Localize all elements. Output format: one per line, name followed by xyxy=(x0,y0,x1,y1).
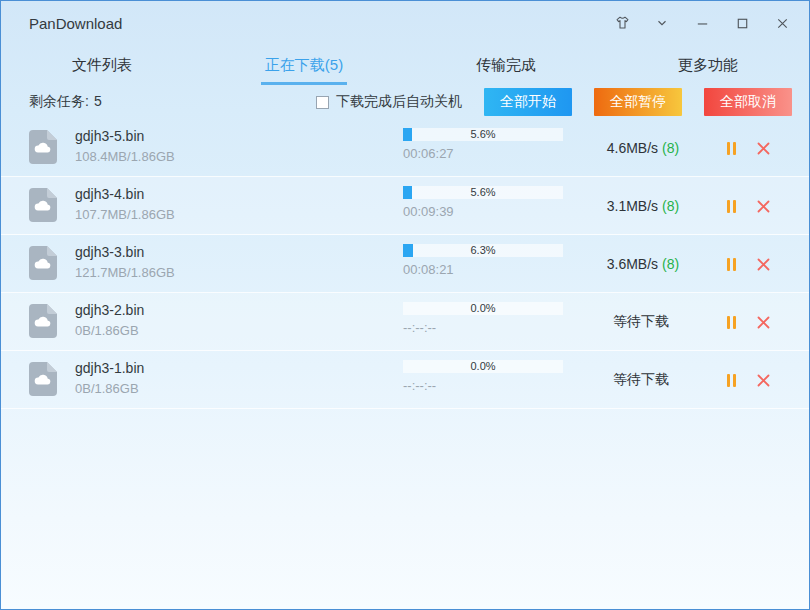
file-name: gdjh3-5.bin xyxy=(75,128,144,144)
tab-1[interactable]: 正在下载(5) xyxy=(203,45,405,85)
pause-all-button[interactable]: 全部暂停 xyxy=(594,88,682,116)
download-row[interactable]: gdjh3-3.bin 121.7MB/1.86GB 6.3% 00:08:21… xyxy=(1,235,809,293)
status-cell: 4.6MB/s (8) xyxy=(579,119,707,176)
window-title: PanDownload xyxy=(29,15,122,32)
file-size: 121.7MB/1.86GB xyxy=(75,265,175,280)
progress-track: 6.3% xyxy=(403,244,563,257)
titlebar-controls xyxy=(611,13,793,33)
progress-percent: 5.6% xyxy=(403,128,563,141)
shutdown-checkbox-label: 下载完成后自动关机 xyxy=(336,93,462,111)
eta-time: 00:06:27 xyxy=(403,146,563,161)
file-icon xyxy=(29,362,57,396)
download-row[interactable]: gdjh3-4.bin 107.7MB/1.86GB 5.6% 00:09:39… xyxy=(1,177,809,235)
tab-bar: 文件列表正在下载(5)传输完成更多功能 xyxy=(1,45,809,85)
speed-text: 3.1MB/s xyxy=(607,198,658,214)
file-name: gdjh3-1.bin xyxy=(75,360,144,376)
tab-0[interactable]: 文件列表 xyxy=(1,45,203,85)
progress-block: 6.3% 00:08:21 xyxy=(403,244,563,277)
progress-percent: 6.3% xyxy=(403,244,563,257)
cancel-all-button[interactable]: 全部取消 xyxy=(704,88,792,116)
status-cell: 3.6MB/s (8) xyxy=(579,235,707,292)
app-window: PanDownload 文件列表正在下载(5)传输完成更多功能 剩余任务:5 xyxy=(0,0,810,610)
progress-block: 0.0% --:--:-- xyxy=(403,302,563,335)
cancel-icon[interactable] xyxy=(751,194,775,218)
tab-2[interactable]: 传输完成 xyxy=(405,45,607,85)
file-size: 107.7MB/1.86GB xyxy=(75,207,175,222)
cancel-icon[interactable] xyxy=(751,252,775,276)
file-name: gdjh3-4.bin xyxy=(75,186,144,202)
speed-text: 4.6MB/s xyxy=(607,140,658,156)
pause-icon[interactable] xyxy=(719,252,743,276)
eta-time: --:--:-- xyxy=(403,320,563,335)
remaining-tasks: 剩余任务:5 xyxy=(29,93,102,111)
progress-percent: 5.6% xyxy=(403,186,563,199)
download-list: gdjh3-5.bin 108.4MB/1.86GB 5.6% 00:06:27… xyxy=(1,119,809,409)
file-size: 0B/1.86GB xyxy=(75,323,139,338)
progress-block: 5.6% 00:09:39 xyxy=(403,186,563,219)
eta-time: --:--:-- xyxy=(403,378,563,393)
status-cell: 等待下载 xyxy=(579,293,707,350)
remaining-tasks-count: 5 xyxy=(94,93,102,109)
eta-time: 00:09:39 xyxy=(403,204,563,219)
progress-percent: 0.0% xyxy=(403,360,563,373)
file-icon xyxy=(29,304,57,338)
progress-track: 5.6% xyxy=(403,186,563,199)
progress-track: 5.6% xyxy=(403,128,563,141)
skin-icon[interactable] xyxy=(611,13,633,33)
pause-icon[interactable] xyxy=(719,194,743,218)
file-icon xyxy=(29,130,57,164)
pause-icon[interactable] xyxy=(719,368,743,392)
thread-count: (8) xyxy=(662,198,679,214)
progress-block: 0.0% --:--:-- xyxy=(403,360,563,393)
file-name: gdjh3-2.bin xyxy=(75,302,144,318)
progress-percent: 0.0% xyxy=(403,302,563,315)
download-row[interactable]: gdjh3-2.bin 0B/1.86GB 0.0% --:--:-- 等待下载 xyxy=(1,293,809,351)
progress-track: 0.0% xyxy=(403,360,563,373)
pause-icon[interactable] xyxy=(719,136,743,160)
shutdown-checkbox-group[interactable]: 下载完成后自动关机 xyxy=(316,93,462,111)
cancel-icon[interactable] xyxy=(751,310,775,334)
maximize-icon[interactable] xyxy=(731,13,753,33)
download-row[interactable]: gdjh3-5.bin 108.4MB/1.86GB 5.6% 00:06:27… xyxy=(1,119,809,177)
speed-text: 等待下载 xyxy=(613,371,669,389)
cancel-icon[interactable] xyxy=(751,368,775,392)
speed-text: 等待下载 xyxy=(613,313,669,331)
minimize-icon[interactable] xyxy=(691,13,713,33)
cancel-icon[interactable] xyxy=(751,136,775,160)
thread-count: (8) xyxy=(662,256,679,272)
status-cell: 3.1MB/s (8) xyxy=(579,177,707,234)
shutdown-checkbox[interactable] xyxy=(316,96,329,109)
thread-count: (8) xyxy=(662,140,679,156)
pause-icon[interactable] xyxy=(719,310,743,334)
toolbar: 剩余任务:5 下载完成后自动关机 全部开始 全部暂停 全部取消 xyxy=(1,85,809,119)
progress-track: 0.0% xyxy=(403,302,563,315)
chevron-down-icon[interactable] xyxy=(651,13,673,33)
close-icon[interactable] xyxy=(771,13,793,33)
status-cell: 等待下载 xyxy=(579,351,707,408)
file-icon xyxy=(29,246,57,280)
file-icon xyxy=(29,188,57,222)
tab-3[interactable]: 更多功能 xyxy=(607,45,809,85)
file-size: 108.4MB/1.86GB xyxy=(75,149,175,164)
eta-time: 00:08:21 xyxy=(403,262,563,277)
start-all-button[interactable]: 全部开始 xyxy=(484,88,572,116)
download-row[interactable]: gdjh3-1.bin 0B/1.86GB 0.0% --:--:-- 等待下载 xyxy=(1,351,809,409)
file-size: 0B/1.86GB xyxy=(75,381,139,396)
speed-text: 3.6MB/s xyxy=(607,256,658,272)
file-name: gdjh3-3.bin xyxy=(75,244,144,260)
titlebar: PanDownload xyxy=(1,1,809,45)
progress-block: 5.6% 00:06:27 xyxy=(403,128,563,161)
